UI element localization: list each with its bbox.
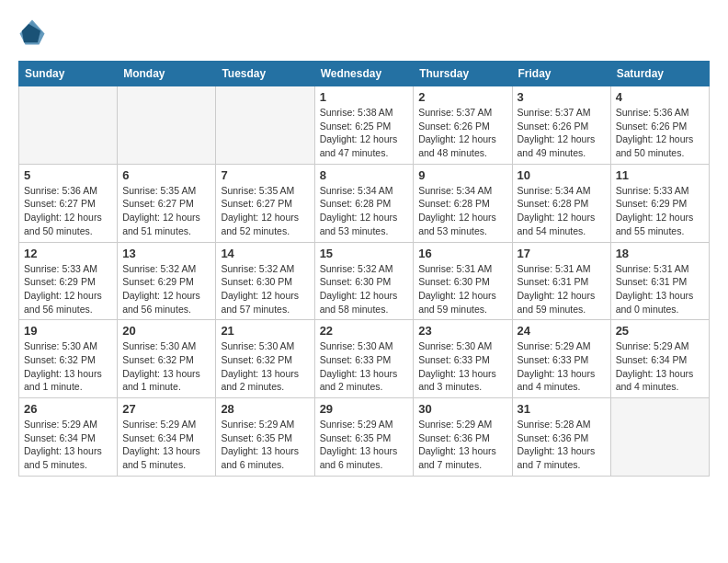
day-info: Sunrise: 5:29 AM Sunset: 6:36 PM Dayligh… — [418, 418, 506, 472]
day-info: Sunrise: 5:29 AM Sunset: 6:35 PM Dayligh… — [221, 418, 309, 472]
day-number: 27 — [122, 402, 210, 416]
day-info: Sunrise: 5:32 AM Sunset: 6:29 PM Dayligh… — [122, 262, 210, 316]
calendar-cell: 20Sunrise: 5:30 AM Sunset: 6:32 PM Dayli… — [118, 320, 216, 398]
day-number: 8 — [320, 168, 409, 182]
day-info: Sunrise: 5:28 AM Sunset: 6:36 PM Dayligh… — [518, 418, 606, 472]
calendar-cell: 3Sunrise: 5:37 AM Sunset: 6:26 PM Daylig… — [512, 86, 610, 165]
weekday-header-sunday: Sunday — [19, 62, 118, 86]
calendar-cell: 30Sunrise: 5:29 AM Sunset: 6:36 PM Dayli… — [414, 398, 512, 477]
day-number: 22 — [320, 324, 409, 338]
calendar-cell: 4Sunrise: 5:36 AM Sunset: 6:26 PM Daylig… — [610, 86, 709, 165]
calendar-cell: 25Sunrise: 5:29 AM Sunset: 6:34 PM Dayli… — [610, 320, 709, 398]
day-info: Sunrise: 5:29 AM Sunset: 6:34 PM Dayligh… — [122, 418, 210, 472]
calendar-cell: 16Sunrise: 5:31 AM Sunset: 6:30 PM Dayli… — [414, 242, 512, 320]
day-info: Sunrise: 5:29 AM Sunset: 6:34 PM Dayligh… — [24, 418, 112, 472]
calendar-cell: 24Sunrise: 5:29 AM Sunset: 6:33 PM Dayli… — [512, 320, 610, 398]
day-number: 29 — [320, 402, 409, 416]
day-number: 20 — [122, 324, 210, 338]
day-number: 16 — [418, 247, 506, 260]
calendar-cell: 27Sunrise: 5:29 AM Sunset: 6:34 PM Dayli… — [118, 398, 216, 477]
day-info: Sunrise: 5:31 AM Sunset: 6:31 PM Dayligh… — [518, 262, 606, 316]
calendar-cell: 14Sunrise: 5:32 AM Sunset: 6:30 PM Dayli… — [216, 242, 314, 320]
calendar-cell: 28Sunrise: 5:29 AM Sunset: 6:35 PM Dayli… — [216, 398, 314, 477]
day-number: 5 — [24, 168, 112, 182]
day-info: Sunrise: 5:31 AM Sunset: 6:31 PM Dayligh… — [616, 262, 704, 316]
calendar-cell: 10Sunrise: 5:34 AM Sunset: 6:28 PM Dayli… — [512, 164, 610, 242]
day-number: 7 — [221, 168, 309, 182]
week-row-1: 5Sunrise: 5:36 AM Sunset: 6:27 PM Daylig… — [19, 164, 710, 242]
logo-icon — [18, 18, 46, 46]
day-number: 6 — [122, 168, 210, 182]
day-number: 30 — [418, 402, 506, 416]
calendar-cell: 22Sunrise: 5:30 AM Sunset: 6:33 PM Dayli… — [314, 320, 414, 398]
day-info: Sunrise: 5:30 AM Sunset: 6:32 PM Dayligh… — [122, 339, 210, 394]
day-number: 11 — [616, 168, 704, 182]
calendar-cell — [118, 86, 216, 165]
calendar-cell: 5Sunrise: 5:36 AM Sunset: 6:27 PM Daylig… — [19, 164, 118, 242]
day-number: 23 — [418, 324, 506, 338]
day-number: 21 — [221, 324, 309, 338]
calendar-cell: 12Sunrise: 5:33 AM Sunset: 6:29 PM Dayli… — [19, 242, 118, 320]
weekday-header-tuesday: Tuesday — [216, 62, 314, 86]
calendar-cell: 13Sunrise: 5:32 AM Sunset: 6:29 PM Dayli… — [118, 242, 216, 320]
day-info: Sunrise: 5:32 AM Sunset: 6:30 PM Dayligh… — [221, 262, 309, 316]
day-info: Sunrise: 5:38 AM Sunset: 6:25 PM Dayligh… — [320, 106, 409, 160]
day-info: Sunrise: 5:30 AM Sunset: 6:32 PM Dayligh… — [221, 339, 309, 394]
day-number: 13 — [122, 247, 210, 260]
calendar-cell: 7Sunrise: 5:35 AM Sunset: 6:27 PM Daylig… — [216, 164, 314, 242]
day-number: 25 — [616, 324, 704, 338]
calendar-cell: 11Sunrise: 5:33 AM Sunset: 6:29 PM Dayli… — [610, 164, 709, 242]
calendar-cell: 9Sunrise: 5:34 AM Sunset: 6:28 PM Daylig… — [414, 164, 512, 242]
day-info: Sunrise: 5:37 AM Sunset: 6:26 PM Dayligh… — [518, 106, 606, 160]
calendar-cell — [19, 86, 118, 165]
weekday-header-monday: Monday — [118, 62, 216, 86]
day-number: 12 — [24, 247, 112, 260]
calendar-cell: 18Sunrise: 5:31 AM Sunset: 6:31 PM Dayli… — [610, 242, 709, 320]
day-info: Sunrise: 5:36 AM Sunset: 6:27 PM Dayligh… — [24, 184, 112, 238]
logo — [18, 18, 50, 46]
calendar-cell: 1Sunrise: 5:38 AM Sunset: 6:25 PM Daylig… — [314, 86, 414, 165]
day-number: 17 — [518, 247, 606, 260]
weekday-header-wednesday: Wednesday — [314, 62, 414, 86]
day-number: 15 — [320, 247, 409, 260]
calendar-cell — [216, 86, 314, 165]
day-number: 1 — [320, 90, 409, 104]
day-info: Sunrise: 5:34 AM Sunset: 6:28 PM Dayligh… — [418, 184, 506, 238]
day-info: Sunrise: 5:30 AM Sunset: 6:32 PM Dayligh… — [24, 339, 112, 394]
calendar-cell: 19Sunrise: 5:30 AM Sunset: 6:32 PM Dayli… — [19, 320, 118, 398]
calendar-cell: 31Sunrise: 5:28 AM Sunset: 6:36 PM Dayli… — [512, 398, 610, 477]
day-number: 14 — [221, 247, 309, 260]
day-info: Sunrise: 5:29 AM Sunset: 6:33 PM Dayligh… — [518, 339, 606, 394]
day-info: Sunrise: 5:34 AM Sunset: 6:28 PM Dayligh… — [518, 184, 606, 238]
calendar-cell: 23Sunrise: 5:30 AM Sunset: 6:33 PM Dayli… — [414, 320, 512, 398]
day-info: Sunrise: 5:35 AM Sunset: 6:27 PM Dayligh… — [122, 184, 210, 238]
day-number: 18 — [616, 247, 704, 260]
calendar-cell: 2Sunrise: 5:37 AM Sunset: 6:26 PM Daylig… — [414, 86, 512, 165]
week-row-3: 19Sunrise: 5:30 AM Sunset: 6:32 PM Dayli… — [19, 320, 710, 398]
day-info: Sunrise: 5:36 AM Sunset: 6:26 PM Dayligh… — [616, 106, 704, 160]
day-info: Sunrise: 5:31 AM Sunset: 6:30 PM Dayligh… — [418, 262, 506, 316]
day-info: Sunrise: 5:32 AM Sunset: 6:30 PM Dayligh… — [320, 262, 409, 316]
day-info: Sunrise: 5:33 AM Sunset: 6:29 PM Dayligh… — [24, 262, 112, 316]
calendar-cell: 26Sunrise: 5:29 AM Sunset: 6:34 PM Dayli… — [19, 398, 118, 477]
day-number: 28 — [221, 402, 309, 416]
day-info: Sunrise: 5:29 AM Sunset: 6:35 PM Dayligh… — [320, 418, 409, 472]
weekday-header-friday: Friday — [512, 62, 610, 86]
day-info: Sunrise: 5:34 AM Sunset: 6:28 PM Dayligh… — [320, 184, 409, 238]
day-number: 26 — [24, 402, 112, 416]
day-info: Sunrise: 5:35 AM Sunset: 6:27 PM Dayligh… — [221, 184, 309, 238]
calendar-cell: 29Sunrise: 5:29 AM Sunset: 6:35 PM Dayli… — [314, 398, 414, 477]
weekday-header-thursday: Thursday — [414, 62, 512, 86]
week-row-2: 12Sunrise: 5:33 AM Sunset: 6:29 PM Dayli… — [19, 242, 710, 320]
weekday-header-row: SundayMondayTuesdayWednesdayThursdayFrid… — [19, 62, 710, 86]
day-info: Sunrise: 5:29 AM Sunset: 6:34 PM Dayligh… — [616, 339, 704, 394]
day-info: Sunrise: 5:30 AM Sunset: 6:33 PM Dayligh… — [418, 339, 506, 394]
calendar-cell: 15Sunrise: 5:32 AM Sunset: 6:30 PM Dayli… — [314, 242, 414, 320]
calendar-cell: 21Sunrise: 5:30 AM Sunset: 6:32 PM Dayli… — [216, 320, 314, 398]
calendar-cell — [610, 398, 709, 477]
calendar-cell: 17Sunrise: 5:31 AM Sunset: 6:31 PM Dayli… — [512, 242, 610, 320]
day-number: 24 — [518, 324, 606, 338]
page-header — [18, 18, 710, 46]
week-row-4: 26Sunrise: 5:29 AM Sunset: 6:34 PM Dayli… — [19, 398, 710, 477]
day-number: 19 — [24, 324, 112, 338]
